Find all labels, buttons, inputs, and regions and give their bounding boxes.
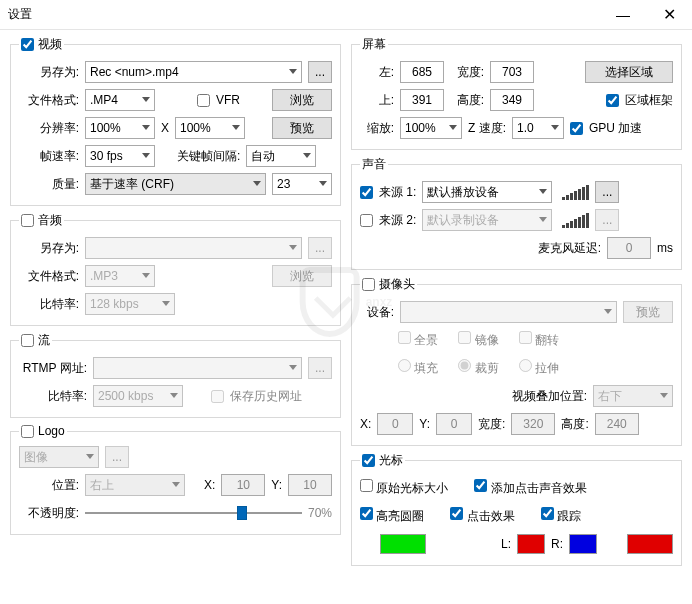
stream-url-select[interactable] xyxy=(93,357,302,379)
camera-enable-checkbox[interactable] xyxy=(362,278,375,291)
audio-bitrate-label: 比特率: xyxy=(19,296,79,313)
logo-y-input[interactable] xyxy=(288,474,332,496)
cursor-highlight-checkbox[interactable] xyxy=(360,507,373,520)
camera-stretch-radio[interactable] xyxy=(519,359,532,372)
sound-src2-more-button[interactable]: ... xyxy=(595,209,619,231)
logo-opacity-slider[interactable] xyxy=(85,502,302,524)
screen-zoom-label: 缩放: xyxy=(360,120,394,137)
logo-x-input[interactable] xyxy=(221,474,265,496)
close-button[interactable]: ✕ xyxy=(646,0,692,30)
logo-image-select[interactable]: 图像 xyxy=(19,446,99,468)
video-fps-label: 帧速率: xyxy=(19,148,79,165)
screen-height-input[interactable] xyxy=(490,89,534,111)
screen-gpu-label: GPU 加速 xyxy=(589,120,642,137)
screen-frame-label: 区域框架 xyxy=(625,92,673,109)
stream-url-browse-button[interactable]: ... xyxy=(308,357,332,379)
sound-src2-select[interactable]: 默认录制设备 xyxy=(422,209,552,231)
stream-bitrate-select[interactable]: 2500 kbps xyxy=(93,385,183,407)
video-format-select[interactable]: .MP4 xyxy=(85,89,155,111)
screen-zoom-select[interactable]: 100% xyxy=(400,117,462,139)
window-title: 设置 xyxy=(8,6,600,23)
cursor-l-color[interactable] xyxy=(517,534,545,554)
camera-x-input[interactable] xyxy=(377,413,413,435)
logo-y-label: Y: xyxy=(271,478,282,492)
video-keyframe-select[interactable]: 自动 xyxy=(246,145,316,167)
stream-save-history-label: 保存历史网址 xyxy=(230,388,302,405)
video-vfr-checkbox[interactable] xyxy=(197,94,210,107)
video-saveas-browse-button[interactable]: ... xyxy=(308,61,332,83)
camera-overlay-label: 视频叠加位置: xyxy=(512,388,587,405)
camera-legend: 摄像头 xyxy=(379,276,415,293)
cursor-r-color[interactable] xyxy=(569,534,597,554)
video-fps-select[interactable]: 30 fps xyxy=(85,145,155,167)
camera-overlay-select[interactable]: 右下 xyxy=(593,385,673,407)
sound-src1-more-button[interactable]: ... xyxy=(595,181,619,203)
camera-crop-radio[interactable] xyxy=(458,359,471,372)
cursor-track-label: 跟踪 xyxy=(557,509,581,523)
screen-zspeed-select[interactable]: 1.0 xyxy=(512,117,564,139)
camera-pan-checkbox[interactable] xyxy=(398,331,411,344)
video-quality-value-select[interactable]: 23 xyxy=(272,173,332,195)
logo-opacity-value: 70% xyxy=(308,506,332,520)
logo-pos-select[interactable]: 右上 xyxy=(85,474,185,496)
video-preview-button[interactable]: 预览 xyxy=(272,117,332,139)
video-saveas-select[interactable]: Rec <num>.mp4 xyxy=(85,61,302,83)
logo-image-browse-button[interactable]: ... xyxy=(105,446,129,468)
stream-save-history-checkbox[interactable] xyxy=(211,390,224,403)
camera-device-select[interactable] xyxy=(400,301,617,323)
cursor-enable-checkbox[interactable] xyxy=(362,454,375,467)
logo-enable-checkbox[interactable] xyxy=(21,425,34,438)
cursor-clickfx-checkbox[interactable] xyxy=(450,507,463,520)
cursor-l-label: L: xyxy=(501,537,511,551)
video-enable-checkbox[interactable] xyxy=(21,38,34,51)
video-res2-select[interactable]: 100% xyxy=(175,117,245,139)
screen-frame-checkbox[interactable] xyxy=(606,94,619,107)
screen-group: 屏幕 左: 宽度: 选择区域 上: 高度: 区域框架 缩放: 100% xyxy=(351,36,682,150)
screen-width-input[interactable] xyxy=(490,61,534,83)
audio-browse-button[interactable]: 浏览 xyxy=(272,265,332,287)
camera-preview-button[interactable]: 预览 xyxy=(623,301,673,323)
sound-src1-select[interactable]: 默认播放设备 xyxy=(422,181,552,203)
camera-x-label: X: xyxy=(360,417,371,431)
screen-top-input[interactable] xyxy=(400,89,444,111)
stream-enable-checkbox[interactable] xyxy=(21,334,34,347)
minimize-button[interactable]: — xyxy=(600,0,646,30)
cursor-clicksound-label: 添加点击声音效果 xyxy=(491,481,587,495)
video-quality-mode-select[interactable]: 基于速率 (CRF) xyxy=(85,173,266,195)
logo-pos-label: 位置: xyxy=(19,477,79,494)
audio-group: 音频 另存为: ... 文件格式: .MP3 浏览 比特率: 128 kbps xyxy=(10,212,341,326)
logo-opacity-label: 不透明度: xyxy=(19,505,79,522)
screen-gpu-checkbox[interactable] xyxy=(570,122,583,135)
cursor-track-color[interactable] xyxy=(627,534,673,554)
screen-left-label: 左: xyxy=(360,64,394,81)
camera-y-label: Y: xyxy=(419,417,430,431)
video-browse-button[interactable]: 浏览 xyxy=(272,89,332,111)
audio-saveas-browse-button[interactable]: ... xyxy=(308,237,332,259)
audio-format-select[interactable]: .MP3 xyxy=(85,265,155,287)
sound-src1-checkbox[interactable] xyxy=(360,186,373,199)
cursor-track-checkbox[interactable] xyxy=(541,507,554,520)
cursor-clicksound-checkbox[interactable] xyxy=(474,479,487,492)
cursor-origsize-checkbox[interactable] xyxy=(360,479,373,492)
camera-crop-label: 裁剪 xyxy=(475,361,499,375)
camera-mirror-checkbox[interactable] xyxy=(458,331,471,344)
cursor-highlight-color[interactable] xyxy=(380,534,426,554)
camera-w-input[interactable] xyxy=(511,413,555,435)
audio-enable-checkbox[interactable] xyxy=(21,214,34,227)
screen-left-input[interactable] xyxy=(400,61,444,83)
camera-flip-label: 翻转 xyxy=(535,333,559,347)
camera-y-input[interactable] xyxy=(436,413,472,435)
audio-saveas-select[interactable] xyxy=(85,237,302,259)
cursor-origsize-label: 原始光标大小 xyxy=(376,481,448,495)
camera-h-input[interactable] xyxy=(595,413,639,435)
screen-select-area-button[interactable]: 选择区域 xyxy=(585,61,673,83)
sound-micdelay-input[interactable] xyxy=(607,237,651,259)
video-res-x: X xyxy=(161,121,169,135)
audio-bitrate-select[interactable]: 128 kbps xyxy=(85,293,175,315)
video-res1-select[interactable]: 100% xyxy=(85,117,155,139)
screen-width-label: 宽度: xyxy=(450,64,484,81)
sound-src2-checkbox[interactable] xyxy=(360,214,373,227)
camera-fill-radio[interactable] xyxy=(398,359,411,372)
camera-flip-checkbox[interactable] xyxy=(519,331,532,344)
logo-legend: Logo xyxy=(38,424,65,438)
